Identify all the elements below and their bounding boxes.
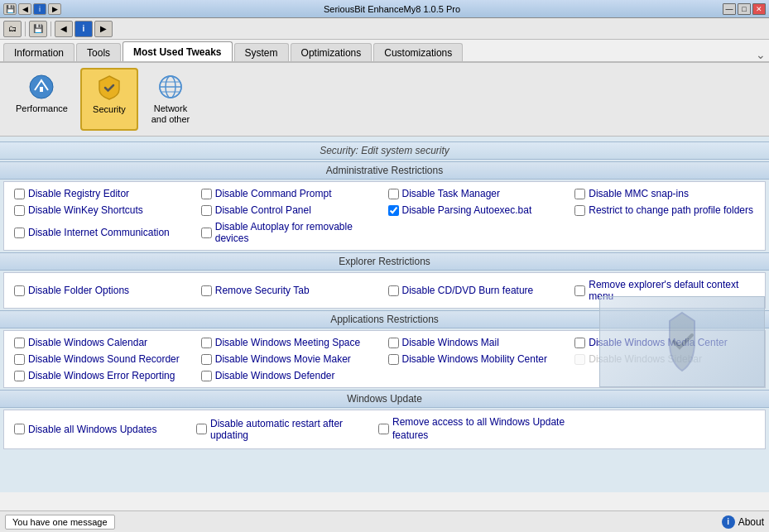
app-row-3: Disable Windows Error Reporting Disable … — [4, 367, 765, 384]
item-empty-2 — [571, 220, 758, 245]
item-disable-windows-sidebar: Disable Windows Sidebar — [571, 352, 758, 366]
applications-restrictions-label: Applications Restrictions — [330, 314, 439, 325]
checkbox-disable-automatic-restart[interactable] — [196, 424, 207, 434]
checkbox-remove-access-windows-update[interactable] — [378, 424, 389, 434]
checkbox-disable-task-manager[interactable] — [388, 189, 399, 199]
label-remove-security-tab[interactable]: Remove Security Tab — [215, 285, 310, 296]
checkbox-disable-windows-sidebar[interactable] — [574, 354, 585, 365]
label-disable-autoplay[interactable]: Disable Autoplay for removable devices — [215, 221, 382, 244]
tab-system[interactable]: System — [234, 43, 289, 61]
tab-scroll-right[interactable]: ⌄ — [756, 48, 766, 61]
checkbox-restrict-change-path[interactable] — [574, 205, 585, 216]
about-info-icon: i — [722, 515, 735, 529]
about-button[interactable]: i About — [722, 515, 764, 529]
tab-information[interactable]: Information — [3, 43, 74, 61]
maximize-button[interactable]: □ — [738, 3, 751, 15]
toolbar-btn-2[interactable]: 💾 — [29, 21, 47, 37]
checkbox-disable-autoplay[interactable] — [201, 228, 212, 238]
icon-btn-security[interactable]: Security — [80, 68, 138, 131]
checkbox-disable-windows-movie-maker[interactable] — [201, 354, 212, 365]
tab-most-used-tweaks[interactable]: Most Used Tweaks — [123, 41, 232, 61]
title-icon-info[interactable]: i — [33, 3, 46, 15]
admin-row-3: Disable Internet Communication Disable A… — [4, 218, 765, 247]
toolbar-btn-1[interactable]: 🗂 — [3, 21, 22, 37]
item-disable-internet-communication: Disable Internet Communication — [11, 220, 198, 245]
about-label: About — [738, 516, 764, 528]
item-disable-windows-media-center: Disable Windows Media Center — [571, 336, 758, 349]
label-disable-all-windows-updates[interactable]: Disable all Windows Updates — [28, 424, 156, 435]
app-row-2: Disable Windows Sound Recorder Disable W… — [4, 351, 765, 367]
label-disable-cd-dvd-burn[interactable]: Disable CD/DVD Burn feature — [402, 285, 534, 296]
item-disable-control-panel: Disable Control Panel — [198, 204, 385, 217]
label-disable-winkey-shortcuts[interactable]: Disable WinKey Shortcuts — [28, 204, 143, 216]
toolbar-btn-4[interactable]: i — [74, 21, 93, 37]
checkbox-disable-control-panel[interactable] — [201, 205, 212, 216]
title-icon-1[interactable]: 💾 — [3, 3, 17, 15]
checkbox-disable-windows-mobility-center[interactable] — [388, 354, 399, 365]
label-disable-folder-options[interactable]: Disable Folder Options — [28, 285, 129, 296]
label-disable-windows-error-reporting[interactable]: Disable Windows Error Reporting — [28, 370, 175, 381]
applications-restrictions-section: Disable Windows Calendar Disable Windows… — [3, 330, 766, 388]
minimize-button[interactable]: — — [723, 3, 736, 15]
label-disable-control-panel[interactable]: Disable Control Panel — [215, 204, 311, 216]
checkbox-remove-explorer-context[interactable] — [574, 285, 585, 296]
label-disable-windows-mobility-center[interactable]: Disable Windows Mobility Center — [402, 353, 547, 365]
label-disable-windows-meeting-space[interactable]: Disable Windows Meeting Space — [215, 337, 360, 348]
toolbar-btn-3[interactable]: ◀ — [55, 21, 73, 37]
label-remove-access-windows-update[interactable]: Remove access to all Windows Update feat… — [392, 416, 573, 442]
icon-btn-performance[interactable]: Performance — [7, 68, 77, 131]
label-disable-task-manager[interactable]: Disable Task Manager — [402, 188, 501, 199]
checkbox-disable-windows-defender[interactable] — [201, 371, 212, 381]
label-disable-internet-communication[interactable]: Disable Internet Communication — [28, 227, 170, 238]
title-icon-3[interactable]: ▶ — [48, 3, 61, 15]
network-label: Network and other — [151, 103, 190, 125]
tab-customizations[interactable]: Customizations — [373, 43, 463, 61]
checkbox-remove-security-tab[interactable] — [201, 285, 212, 296]
label-disable-parsing-autoexec[interactable]: Disable Parsing Autoexec.bat — [402, 204, 532, 216]
checkbox-disable-parsing-autoexec[interactable] — [388, 205, 399, 216]
label-remove-explorer-context[interactable]: Remove explorer's default context menu — [589, 279, 755, 302]
label-disable-windows-defender[interactable]: Disable Windows Defender — [215, 370, 335, 381]
label-disable-mmc-snap-ins[interactable]: Disable MMC snap-ins — [589, 188, 689, 199]
label-disable-automatic-restart[interactable]: Disable automatic restart after updating — [210, 418, 372, 441]
label-restrict-change-path[interactable]: Restrict to change path profile folders — [589, 204, 753, 216]
label-disable-windows-sound-recorder[interactable]: Disable Windows Sound Recorder — [28, 353, 180, 365]
checkbox-disable-cd-dvd-burn[interactable] — [388, 285, 399, 296]
checkbox-disable-folder-options[interactable] — [14, 285, 25, 296]
close-button[interactable]: ✕ — [752, 3, 766, 15]
item-disable-mmc-snap-ins: Disable MMC snap-ins — [571, 187, 758, 200]
label-disable-windows-mail[interactable]: Disable Windows Mail — [402, 337, 499, 348]
admin-restrictions-section: Disable Registry Editor Disable Command … — [3, 181, 766, 251]
title-icon-2[interactable]: ◀ — [18, 3, 31, 15]
checkbox-disable-command-prompt[interactable] — [201, 189, 212, 199]
title-bar-title: SeriousBit EnhanceMy8 1.0.5 Pro — [61, 4, 723, 14]
checkbox-disable-windows-meeting-space[interactable] — [201, 338, 212, 348]
checkbox-disable-windows-error-reporting[interactable] — [14, 371, 25, 381]
item-disable-cd-dvd-burn: Disable CD/DVD Burn feature — [385, 278, 572, 303]
tab-tools[interactable]: Tools — [76, 43, 121, 61]
checkbox-disable-all-windows-updates[interactable] — [14, 424, 25, 434]
checkbox-disable-windows-calendar[interactable] — [14, 338, 25, 348]
tab-optimizations[interactable]: Optimizations — [291, 43, 372, 61]
label-disable-windows-calendar[interactable]: Disable Windows Calendar — [28, 337, 147, 348]
label-disable-command-prompt[interactable]: Disable Command Prompt — [215, 188, 332, 199]
icon-btn-network[interactable]: Network and other — [142, 68, 199, 131]
item-disable-windows-error-reporting: Disable Windows Error Reporting — [11, 369, 198, 382]
label-disable-registry-editor[interactable]: Disable Registry Editor — [28, 188, 129, 199]
network-icon — [157, 74, 184, 100]
admin-row-1: Disable Registry Editor Disable Command … — [4, 185, 765, 202]
checkbox-disable-registry-editor[interactable] — [14, 189, 25, 199]
checkbox-disable-windows-media-center[interactable] — [574, 338, 585, 348]
toolbar-btn-5[interactable]: ▶ — [94, 21, 113, 37]
checkbox-disable-windows-mail[interactable] — [388, 338, 399, 348]
label-disable-windows-media-center[interactable]: Disable Windows Media Center — [589, 337, 727, 348]
checkbox-disable-windows-sound-recorder[interactable] — [14, 354, 25, 365]
checkbox-disable-internet-communication[interactable] — [14, 228, 25, 238]
label-disable-windows-movie-maker[interactable]: Disable Windows Movie Maker — [215, 353, 351, 365]
checkbox-disable-winkey-shortcuts[interactable] — [14, 205, 25, 216]
checkbox-disable-mmc-snap-ins[interactable] — [574, 189, 585, 199]
admin-row-2: Disable WinKey Shortcuts Disable Control… — [4, 202, 765, 218]
explorer-restrictions-section: Disable Folder Options Remove Security T… — [3, 272, 766, 309]
item-remove-access-windows-update: Remove access to all Windows Update feat… — [375, 415, 576, 443]
item-disable-folder-options: Disable Folder Options — [11, 278, 198, 303]
